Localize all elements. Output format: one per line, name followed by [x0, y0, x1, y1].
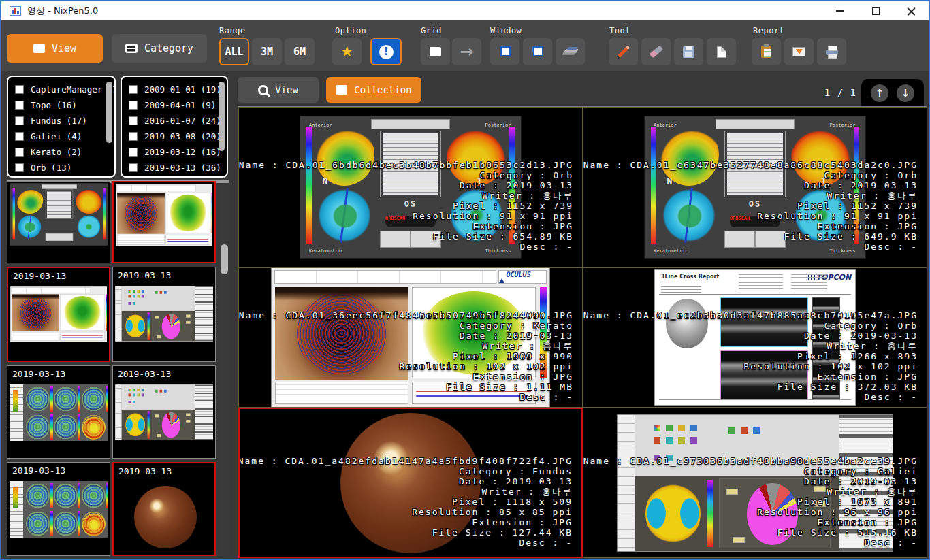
image-info-file-size: File Size : 372.03 KB	[583, 382, 918, 392]
checkbox[interactable]	[15, 148, 24, 157]
checkbox[interactable]	[129, 148, 138, 157]
checkbox[interactable]	[15, 85, 24, 94]
small-window-button[interactable]	[523, 38, 552, 65]
eraser-icon	[649, 46, 662, 59]
eraser-tool-button[interactable]	[641, 38, 671, 65]
checkbox[interactable]	[129, 101, 138, 110]
clipboard-icon	[761, 46, 771, 58]
maximize-button[interactable]	[858, 1, 893, 20]
thumbnail[interactable]: 2019-03-13	[7, 365, 110, 459]
thumbnail[interactable]: 2019-03-13	[7, 462, 110, 556]
collection-cell-selected[interactable]: File Name : CDA.01_a482efdab14147a4a5fbd…	[238, 408, 583, 558]
view-mode-button[interactable]: View	[7, 34, 103, 63]
date-filter-item[interactable]: 2019-03-12 (16)	[122, 144, 227, 160]
date-filter-item[interactable]: 2019-03-13 (36)	[122, 160, 227, 176]
scrollbar-thumb[interactable]	[106, 82, 112, 143]
range-6m-button[interactable]: 6M	[285, 38, 315, 65]
image-info-file-name: File Name : CDA.01_c6347be3527748e8a86c8…	[583, 160, 918, 170]
thumbnail[interactable]: 2019-03-13	[112, 365, 216, 459]
image-info-desc: Desc : -	[238, 242, 573, 252]
grid-layout-button[interactable]	[421, 38, 450, 65]
range-3m-button[interactable]: 3M	[252, 38, 282, 65]
image-info-pixel: Pixel : 1909 x 990	[238, 351, 573, 361]
close-button[interactable]	[893, 1, 929, 20]
checkbox[interactable]	[129, 85, 138, 94]
thumbnail-selected[interactable]: 2019-03-13	[7, 267, 110, 362]
keratograph-thumbnail-image	[116, 184, 212, 246]
tool-group-label: Tool	[609, 26, 630, 35]
print-button[interactable]	[817, 38, 846, 65]
thumbnail-selected[interactable]	[112, 181, 216, 263]
new-window-button[interactable]	[490, 38, 519, 65]
image-info-resolution: Resolution : 91 x 91 ppi	[238, 211, 573, 221]
date-filter-item[interactable]: 2009-01-01 (19)	[122, 82, 227, 97]
collection-cell[interactable]: OS NT ORBSCAN Anterior Posterior Keratom…	[583, 107, 927, 267]
category-filter-item[interactable]: Orb (13)	[8, 160, 114, 176]
thumbnail[interactable]: 2019-03-13	[112, 267, 216, 362]
category-mode-button[interactable]: Category	[112, 34, 207, 63]
collection-cell[interactable]: 3Line Cross Report TOPCON File Name : CD…	[583, 267, 927, 408]
category-filter-item[interactable]: Topo (16)	[8, 97, 114, 113]
category-filter-item[interactable]: CaptureManager (7	[8, 82, 114, 97]
minimize-button[interactable]	[822, 1, 858, 20]
minimize-icon	[836, 10, 844, 12]
scrollbar-thumb[interactable]	[219, 82, 225, 151]
collection-cell[interactable]: OS NT ORBSCAN Anterior Posterior Keratom…	[238, 107, 583, 267]
image-info-pixel: Pixel : 1673 x 891	[583, 496, 918, 506]
date-filter-item[interactable]: 2016-01-07 (24)	[122, 113, 227, 129]
info-option-button[interactable]	[370, 38, 402, 65]
favorite-button[interactable]: ★	[332, 38, 362, 65]
image-info-date: Date : 2019-03-13	[583, 476, 918, 486]
date-filter-item[interactable]: 2019-03-08 (20)	[122, 129, 227, 144]
image-info-writer: Writer : 홍나루	[238, 191, 573, 201]
range-all-button[interactable]: ALL	[219, 38, 249, 65]
checkbox[interactable]	[15, 163, 24, 172]
scanner-button[interactable]	[556, 38, 585, 65]
checkbox[interactable]	[15, 116, 24, 125]
keratograph-thumbnail-image	[10, 286, 107, 342]
tab-collection[interactable]: Collection	[326, 77, 421, 103]
checkbox[interactable]	[15, 101, 24, 110]
thumbnail-selected[interactable]: 2019-03-13	[112, 462, 216, 556]
checkbox[interactable]	[129, 132, 138, 141]
image-info-file-name: File Name : CDA.01_ec2b3b30d3af47b885aa8…	[583, 310, 918, 320]
date-filter-list: 2009-01-01 (19) 2009-04-01 (9) 2016-01-0…	[121, 76, 228, 178]
pen-tool-button[interactable]	[609, 38, 638, 65]
thumbnail-scrollbar[interactable]	[219, 184, 229, 556]
checkbox[interactable]	[129, 163, 138, 172]
next-layout-button[interactable]	[452, 38, 481, 65]
category-filter-item[interactable]: Kerato (2)	[8, 144, 114, 160]
image-info-pixel: Pixel : 1118 x 509	[238, 496, 573, 506]
save-icon	[683, 46, 694, 58]
image-info-resolution: Resolution : 85 x 85 ppi	[238, 506, 573, 516]
image-info-date: Date : 2019-03-13	[238, 331, 573, 341]
image-info-writer: Writer : 홍나루	[583, 191, 918, 201]
category-filter-item[interactable]: Galiei (4)	[8, 129, 114, 144]
page-down-button[interactable]: ↓	[897, 84, 914, 102]
grid-icon	[336, 85, 347, 95]
new-document-button[interactable]	[707, 38, 736, 65]
collection-cell[interactable]: OCULUS File Name : CDA.01_36eec56f7f4846…	[238, 267, 583, 408]
import-report-button[interactable]	[784, 38, 814, 65]
view-mode-label: View	[52, 42, 76, 54]
image-info-overlay: File Name : CDA.01_a482efdab14147a4a5fbd…	[238, 455, 573, 547]
page-up-button[interactable]: ↑	[871, 84, 888, 102]
category-filter-item[interactable]: Fundus (17)	[8, 113, 114, 129]
tab-view[interactable]: View	[238, 77, 319, 103]
topography-thumbnail-image	[10, 384, 108, 441]
orbscan-thumbnail-image	[10, 183, 108, 246]
tab-collection-label: Collection	[354, 84, 411, 95]
image-info-date: Date : 2019-03-13	[238, 476, 573, 486]
image-info-desc: Desc : -	[583, 242, 918, 252]
collection-cell[interactable]: File Name : CDA.01_c973036b3adf48bba98de…	[583, 408, 927, 558]
checkbox[interactable]	[129, 116, 138, 125]
save-tool-button[interactable]	[674, 38, 703, 65]
checkbox[interactable]	[15, 132, 24, 141]
thumbnail-date: 2019-03-13	[114, 463, 214, 480]
report-button[interactable]	[752, 38, 781, 65]
date-filter-item[interactable]: 2009-04-01 (9)	[122, 97, 227, 113]
thumbnail-date: 2019-03-13	[8, 268, 109, 284]
image-info-file-name: File Name : CDA.01_a482efdab14147a4a5fbd…	[238, 455, 573, 465]
thumbnail[interactable]	[7, 181, 110, 263]
import-icon	[792, 47, 805, 56]
